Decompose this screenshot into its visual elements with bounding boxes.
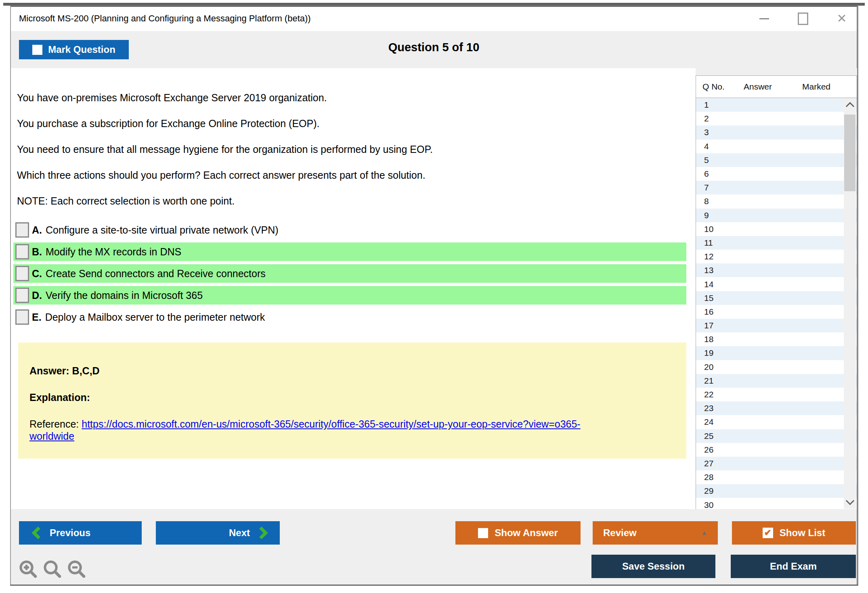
- question-row[interactable]: 19: [696, 346, 857, 360]
- previous-label: Previous: [50, 527, 90, 539]
- zoom-out-icon[interactable]: [67, 560, 86, 578]
- question-row[interactable]: 7: [696, 181, 857, 194]
- scroll-down-button[interactable]: [844, 495, 856, 509]
- option-letter: B.: [32, 246, 42, 258]
- show-list-button[interactable]: ✔ Show List: [732, 521, 856, 545]
- question-row[interactable]: 16: [696, 305, 857, 319]
- question-rows: 1 2 3: [696, 98, 857, 509]
- question-row[interactable]: 26: [696, 443, 857, 457]
- option-checkbox[interactable]: [15, 309, 29, 325]
- question-paragraph: You have on-premises Microsoft Exchange …: [17, 92, 693, 104]
- app-window: Microsoft MS-200 (Planning and Configuri…: [10, 5, 858, 586]
- cell-qno: 6: [704, 169, 745, 179]
- cell-qno: 26: [704, 445, 745, 455]
- option-letter: C.: [32, 268, 42, 280]
- option-checkbox[interactable]: [15, 222, 29, 238]
- chevron-up-icon: [845, 102, 854, 110]
- question-row[interactable]: 29: [696, 484, 857, 498]
- question-row[interactable]: 30: [696, 498, 857, 509]
- zoom-reset-icon[interactable]: [43, 560, 62, 578]
- cell-qno: 10: [704, 224, 745, 234]
- answer-option[interactable]: B. Modify the MX records in DNS: [13, 242, 686, 261]
- question-row[interactable]: 4: [696, 140, 857, 153]
- previous-button[interactable]: Previous: [19, 521, 142, 545]
- question-row[interactable]: 18: [696, 332, 857, 346]
- cell-qno: 29: [704, 486, 745, 496]
- close-button[interactable]: ✕: [833, 10, 850, 27]
- option-letter: A.: [32, 224, 42, 236]
- next-label: Next: [229, 527, 250, 539]
- save-session-button[interactable]: Save Session: [591, 555, 715, 578]
- end-exam-button[interactable]: End Exam: [731, 555, 856, 578]
- footer-toolbar: Previous Next Show Answer Review ▲ ✔ Sho…: [11, 509, 857, 585]
- header-band: Mark Question Question 5 of 10: [11, 31, 857, 68]
- question-row[interactable]: 12: [696, 250, 857, 263]
- cell-qno: 9: [704, 211, 745, 220]
- cell-qno: 17: [704, 321, 745, 330]
- cell-qno: 1: [704, 100, 745, 110]
- show-list-checkbox[interactable]: ✔: [763, 528, 773, 538]
- cell-qno: 5: [704, 155, 745, 165]
- option-text: Configure a site-to-site virtual private…: [46, 224, 279, 236]
- scrollbar[interactable]: [844, 98, 856, 509]
- question-paragraph: You purchase a subscription for Exchange…: [17, 117, 693, 129]
- question-row[interactable]: 20: [696, 360, 857, 374]
- option-text: Deploy a Mailbox server to the perimeter…: [45, 311, 265, 323]
- option-checkbox[interactable]: [15, 288, 29, 303]
- question-row[interactable]: 25: [696, 429, 857, 443]
- question-row[interactable]: 5: [696, 153, 857, 167]
- zoom-in-icon[interactable]: [19, 560, 38, 578]
- question-row[interactable]: 15: [696, 291, 857, 305]
- cell-qno: 2: [704, 114, 745, 123]
- question-row[interactable]: 17: [696, 319, 857, 332]
- question-row[interactable]: 21: [696, 374, 857, 388]
- maximize-button[interactable]: [795, 10, 811, 27]
- question-row[interactable]: 13: [696, 263, 857, 277]
- reference-link[interactable]: https://docs.microsoft.com/en-us/microso…: [29, 418, 675, 442]
- answer-option[interactable]: E. Deploy a Mailbox server to the perime…: [13, 308, 686, 326]
- maximize-icon: [798, 13, 808, 25]
- question-row[interactable]: 24: [696, 415, 857, 429]
- question-row[interactable]: 14: [696, 277, 857, 291]
- answer-option[interactable]: D. Verify the domains in Microsoft 365: [13, 286, 686, 305]
- option-text: Verify the domains in Microsoft 365: [46, 290, 203, 301]
- question-row[interactable]: 22: [696, 388, 857, 401]
- question-row[interactable]: 2: [696, 112, 857, 125]
- cell-qno: 13: [704, 265, 745, 275]
- question-row[interactable]: 28: [696, 470, 857, 484]
- cell-qno: 23: [704, 403, 745, 413]
- review-label: Review: [603, 527, 637, 539]
- reference-prefix: Reference:: [29, 418, 82, 430]
- cell-qno: 3: [704, 127, 745, 137]
- scrollbar-thumb[interactable]: [844, 115, 855, 191]
- answer-option[interactable]: C. Create Send connectors and Receive co…: [13, 264, 686, 283]
- answer-option[interactable]: A. Configure a site-to-site virtual priv…: [13, 221, 686, 239]
- save-session-label: Save Session: [622, 561, 685, 572]
- question-row[interactable]: 10: [696, 222, 857, 236]
- cell-qno: 22: [704, 390, 745, 399]
- review-button[interactable]: Review ▲: [593, 521, 718, 545]
- question-paragraph: NOTE: Each correct selection is worth on…: [17, 195, 693, 207]
- question-row[interactable]: 23: [696, 401, 857, 415]
- show-answer-checkbox[interactable]: [478, 528, 488, 538]
- window-controls: ✕: [756, 10, 850, 27]
- next-button[interactable]: Next: [156, 521, 280, 545]
- option-checkbox[interactable]: [15, 244, 29, 259]
- window-title: Microsoft MS-200 (Planning and Configuri…: [19, 13, 311, 24]
- question-row[interactable]: 1: [696, 98, 857, 112]
- option-checkbox[interactable]: [15, 266, 29, 281]
- question-row[interactable]: 11: [696, 236, 857, 250]
- check-icon: ✔: [764, 528, 772, 538]
- show-answer-button[interactable]: Show Answer: [455, 521, 581, 545]
- scroll-up-button[interactable]: [844, 98, 856, 112]
- question-row[interactable]: 9: [696, 209, 857, 222]
- minimize-button[interactable]: [756, 10, 773, 27]
- answer-text: Answer: B,C,D: [29, 365, 675, 377]
- question-row[interactable]: 8: [696, 194, 857, 208]
- question-row[interactable]: 27: [696, 457, 857, 470]
- chevron-left-icon: [31, 526, 41, 540]
- question-row[interactable]: 3: [696, 125, 857, 139]
- option-text: Create Send connectors and Receive conne…: [46, 268, 266, 280]
- cell-qno: 11: [704, 238, 745, 248]
- question-row[interactable]: 6: [696, 167, 857, 181]
